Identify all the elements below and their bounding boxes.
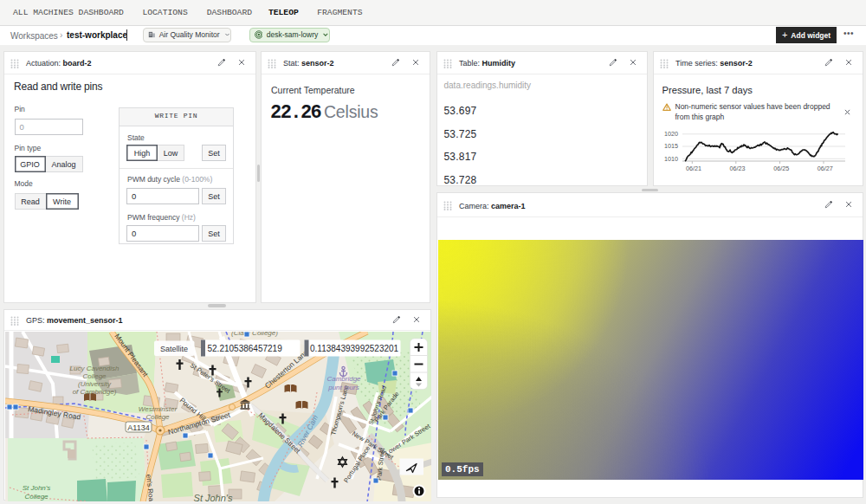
svg-text:06/23: 06/23 [730,165,746,172]
svg-text:(Clare College): (Clare College) [231,332,278,337]
svg-text:0.11384393992523201: 0.11384393992523201 [310,343,399,352]
svg-text:College: College [145,413,170,421]
svg-text:06/21: 06/21 [686,165,701,172]
svg-text:Westminster: Westminster [138,405,177,413]
svg-text:(University: (University [78,380,112,388]
svg-text:Lucy Cavendish: Lucy Cavendish [69,365,119,372]
svg-text:06/25: 06/25 [773,165,789,172]
svg-text:06/27: 06/27 [818,165,833,172]
svg-text:52.2105386457219: 52.2105386457219 [207,343,282,352]
svg-text:1010: 1010 [664,155,678,163]
svg-text:A1134: A1134 [127,423,149,431]
svg-text:Satellite: Satellite [159,344,187,352]
svg-text:punt tours: punt tours [327,384,359,391]
svg-text:College: College [82,372,107,380]
svg-text:of Cambridge): of Cambridge) [72,388,116,396]
svg-text:Cambridge: Cambridge [326,375,361,383]
svg-text:1020: 1020 [664,130,678,138]
svg-text:1015: 1015 [664,142,678,150]
svg-text:St John's: St John's [193,493,232,501]
svg-text:College: College [24,493,48,501]
svg-text:St John's: St John's [22,484,50,492]
